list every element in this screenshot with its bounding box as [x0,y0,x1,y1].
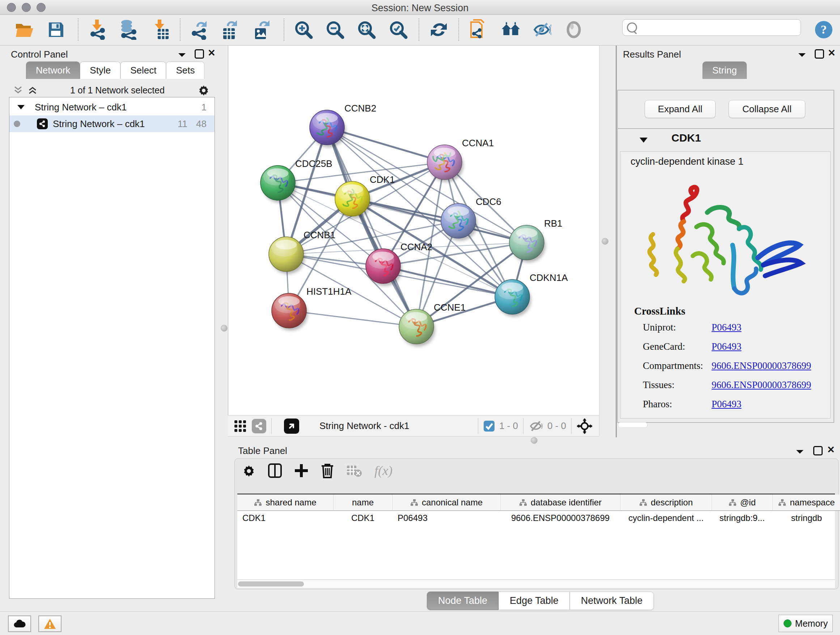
search-icon [627,22,637,33]
open-session-icon[interactable] [15,20,34,40]
column-header-name[interactable]: name [333,494,393,511]
table-h-scrollbar-thumb[interactable] [238,581,304,586]
birds-eye-view-icon[interactable] [284,418,299,434]
export-network-icon[interactable] [189,20,209,40]
node-CDKN1A[interactable]: CDKN1A [495,272,568,317]
column-header-description[interactable]: description [621,494,712,511]
network-canvas[interactable]: CCNB2CCNA1CDC25BCDK1CDC6RB1CCNB1CCNA2CDK… [228,46,599,415]
delete-table-icon[interactable] [346,464,362,477]
control-panel-float-icon[interactable] [195,49,204,59]
network-collection-row[interactable]: String Network – cdk1 1 [9,99,215,116]
zoom-out-icon[interactable] [325,20,345,40]
control-panel: Control Panel ✕ NetworkStyleSelectSets 1… [0,46,217,611]
crosslink-link[interactable]: P06493 [712,341,742,352]
search-field[interactable] [622,19,801,36]
cloud-status-button[interactable] [8,616,31,632]
node-CCNB1[interactable]: CCNB1 [269,230,335,274]
column-header-namespace[interactable]: namespace [773,494,840,511]
table-cell[interactable]: CDK1 [333,511,392,525]
control-panel-close-icon[interactable]: ✕ [208,48,216,59]
crosslink-link[interactable]: P06493 [712,322,742,333]
export-image-icon[interactable] [252,20,271,40]
function-builder-icon[interactable]: f(x) [374,463,393,478]
tab-select[interactable]: Select [120,62,166,79]
crosslink-link[interactable]: P06493 [712,399,742,410]
column-header--id[interactable]: @id [712,494,773,511]
first-neighbors-icon[interactable] [501,20,521,40]
left-splitter-handle[interactable] [221,325,227,332]
warning-status-button[interactable] [38,616,62,632]
results-scrollbar-thumb[interactable] [618,422,647,428]
show-columns-icon[interactable] [268,463,282,478]
show-all-icon[interactable] [564,20,584,40]
hidden-elements-icon[interactable] [529,420,543,432]
table-panel-close-icon[interactable]: ✕ [827,444,835,455]
table-h-scrollbar[interactable] [237,580,835,588]
memory-button[interactable]: Memory [778,615,833,632]
add-column-icon[interactable] [294,463,309,478]
gear-icon[interactable] [197,84,210,96]
results-panel-menu-icon[interactable] [797,52,807,58]
tab-node-table[interactable]: Node Table [427,592,499,610]
delete-column-icon[interactable] [321,463,334,478]
import-network-file-icon[interactable] [88,20,107,40]
tab-sets[interactable]: Sets [166,62,204,79]
collapse-all-button[interactable]: Collapse All [729,100,805,118]
column-header-shared-name[interactable]: shared name [237,494,333,511]
collapse-all-icon[interactable] [13,86,23,95]
zoom-fit-icon[interactable] [357,20,376,40]
node-table[interactable]: shared nameCDK1nameCDK1canonical nameP06… [237,494,835,579]
table-panel-menu-icon[interactable] [795,449,805,455]
edge-HIST1H1A-CCNE1[interactable] [289,310,416,326]
node-CCNA1[interactable]: CCNA1 [427,138,494,182]
expander-icon[interactable] [17,104,25,110]
table-cell[interactable]: 9606.ENSP00000378699 [501,511,620,525]
table-gear-icon[interactable] [242,464,256,478]
node-RB1[interactable]: RB1 [509,218,562,263]
apply-preferred-layout-icon[interactable] [429,20,448,40]
node-HIST1H1A[interactable]: HIST1H1A [272,286,352,331]
expand-all-button[interactable]: Expand All [645,100,715,118]
table-cell[interactable]: cyclin-dependent ... [621,511,712,525]
table-cell[interactable]: CDK1 [237,511,338,525]
import-table-file-icon[interactable] [151,20,171,40]
tab-string[interactable]: String [703,62,747,79]
save-session-icon[interactable] [46,20,66,40]
column-header-database-identifier[interactable]: database identifier [501,494,621,511]
crosslink-link[interactable]: 9606.ENSP00000378699 [712,360,811,371]
column-header-canonical-name[interactable]: canonical name [393,494,501,511]
search-input[interactable] [640,20,801,35]
node-CCNB2[interactable]: CCNB2 [309,103,376,147]
hide-selected-icon[interactable] [532,20,551,40]
results-panel-float-icon[interactable] [815,49,824,59]
crosslink-row: Uniprot:P06493 [643,322,824,333]
new-network-from-selection-icon[interactable] [469,20,488,40]
section-expander-icon[interactable] [639,137,648,143]
grid-view-icon[interactable] [234,420,247,432]
network-row[interactable]: String Network – cdk1 11 48 [9,116,215,132]
import-network-database-icon[interactable] [118,20,137,40]
tab-network-table[interactable]: Network Table [570,592,654,610]
string-view-icon[interactable] [252,419,266,433]
tab-network[interactable]: Network [26,62,80,79]
table-cell[interactable]: stringdb [773,511,840,525]
table-panel-float-icon[interactable] [813,446,823,455]
crosslink-link[interactable]: 9606.ENSP00000378699 [712,379,811,391]
toolbar-separator [458,19,459,41]
memory-status-icon [783,619,791,627]
table-cell[interactable]: stringdb:9... [712,511,772,525]
export-table-icon[interactable] [220,20,240,40]
toolbar-separator [78,19,79,41]
fit-content-crosshair-icon[interactable] [576,418,592,434]
expand-all-icon[interactable] [28,86,37,95]
tab-style[interactable]: Style [80,62,120,79]
control-panel-menu-icon[interactable] [177,52,187,58]
table-cell[interactable]: P06493 [393,511,505,525]
selected-nodes-checkbox-icon[interactable] [483,420,495,432]
right-splitter-handle[interactable] [602,238,608,245]
zoom-selected-icon[interactable] [388,20,408,40]
tab-edge-table[interactable]: Edge Table [499,592,570,610]
zoom-in-icon[interactable] [294,20,313,40]
results-panel-close-icon[interactable]: ✕ [828,48,836,59]
help-icon[interactable]: ? [814,20,834,40]
